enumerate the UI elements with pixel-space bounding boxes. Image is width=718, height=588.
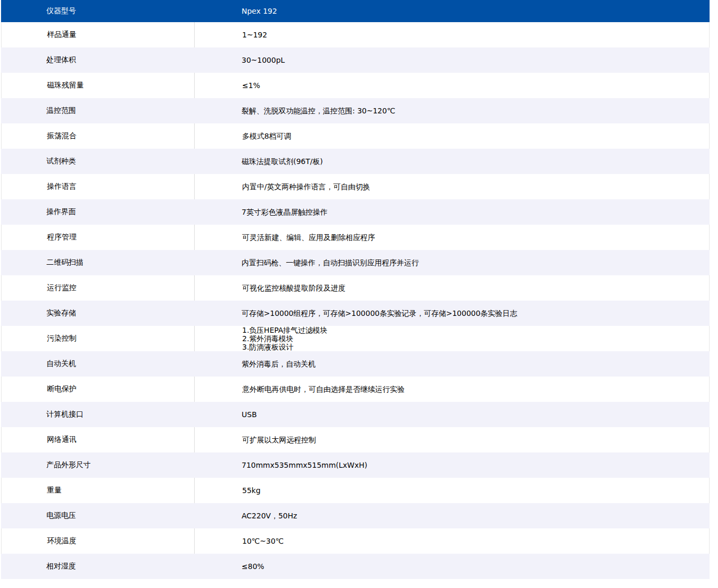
row-value-line: 1~192 [242, 31, 703, 39]
header-value: Npex 192 [242, 7, 703, 15]
row-value-cell: ≤80% [194, 554, 710, 579]
row-label-cell: 电源电压 [1, 503, 194, 528]
row-label-cell: 环境温度 [2, 528, 195, 554]
row-label-cell: 温控范围 [1, 98, 194, 123]
table-row: 运行监控 可视化监控核酸提取阶段及进度 [1, 275, 710, 301]
row-label-cell: 产品外形尺寸 [1, 452, 194, 478]
row-label-cell: 相对湿度 [1, 554, 194, 579]
row-label: 处理体积 [46, 55, 76, 65]
row-value-line: 7英寸彩色液晶屏触控操作 [242, 208, 703, 216]
table-row: 二维码扫描 内置扫码枪、一键操作，自动扫描识别应用程序并运行 [1, 250, 710, 275]
row-value-cell: 裂解、洗脱双功能温控，温控范围: 30~120℃ [194, 98, 710, 123]
row-value-line: ≤1% [242, 81, 703, 90]
table-body: 样品通量 1~192 处理体积 30~1000pL 磁珠残留量 ≤1% 温控范围… [1, 22, 710, 579]
row-value-cell: ≤1% [195, 73, 709, 98]
row-value-line: 磁珠法提取试剂(96T/板) [242, 157, 703, 166]
row-label: 温控范围 [46, 106, 76, 115]
table-row: 污染控制 1.负压HEPA排气过滤模块2.紫外消毒模块3.防滴液板设计 [1, 326, 710, 351]
row-value-cell: 紫外消毒后，自动关机 [194, 351, 710, 377]
row-value-cell: 710mmx535mmx515mm(LxWxH) [194, 452, 710, 478]
row-value-line: 可存储>10000组程序，可存储>100000条实验记录，可存储>100000条… [242, 309, 703, 317]
row-value-cell: 内置中/英文两种操作语言，可自由切换 [195, 174, 709, 199]
table-row: 操作界面 7英寸彩色液晶屏触控操作 [1, 199, 710, 225]
row-label: 程序管理 [47, 233, 76, 242]
table-row: 产品外形尺寸 710mmx535mmx515mm(LxWxH) [1, 452, 710, 478]
table-header-row: 仪器型号 Npex 192 [1, 0, 710, 22]
row-value-line: 30~1000pL [242, 56, 703, 64]
row-label-cell: 网络通讯 [2, 427, 195, 452]
row-value-cell: 可视化监控核酸提取阶段及进度 [195, 275, 709, 301]
row-value-cell: 10℃~30℃ [195, 528, 709, 554]
row-value-line: 可灵活新建、编辑、应用及删除相应程序 [242, 233, 703, 242]
row-label: 操作语言 [47, 182, 76, 191]
row-value-cell: 意外断电再供电时，可自由选择是否继续运行实验 [195, 377, 709, 402]
table-row: 振荡混合 多模式8档可调 [1, 123, 710, 149]
row-label-cell: 污染控制 [2, 326, 195, 351]
row-label: 断电保护 [47, 384, 76, 394]
table-row: 操作语言 内置中/英文两种操作语言，可自由切换 [1, 174, 710, 199]
row-label: 计算机接口 [46, 410, 83, 419]
row-value-cell: 内置扫码枪、一键操作，自动扫描识别应用程序并运行 [194, 250, 710, 275]
row-label: 产品外形尺寸 [46, 460, 91, 470]
row-label: 污染控制 [47, 334, 76, 343]
table-row: 样品通量 1~192 [1, 22, 710, 47]
row-label: 振荡混合 [47, 131, 76, 141]
row-label-cell: 计算机接口 [1, 402, 194, 427]
header-label: 仪器型号 [46, 6, 76, 16]
row-label-cell: 样品通量 [2, 22, 195, 47]
table-row: 电源电压 AC220V，50Hz [1, 503, 710, 528]
row-label: 样品通量 [47, 30, 76, 40]
row-value-line: 10℃~30℃ [242, 537, 703, 545]
row-label-cell: 操作语言 [2, 174, 195, 199]
row-value-cell: 磁珠法提取试剂(96T/板) [194, 149, 710, 174]
row-label-cell: 自动关机 [1, 351, 194, 377]
row-value-cell: 7英寸彩色液晶屏触控操作 [194, 199, 710, 225]
row-label: 相对湿度 [46, 562, 76, 571]
row-value-cell: 可存储>10000组程序，可存储>100000条实验记录，可存储>100000条… [194, 301, 710, 326]
row-value-line: AC220V，50Hz [242, 512, 703, 520]
row-value-cell: 多模式8档可调 [195, 123, 709, 149]
row-label-cell: 重量 [2, 478, 195, 503]
row-value-line: 55kg [242, 486, 703, 495]
row-value-cell: 可扩展以太网远程控制 [195, 427, 709, 452]
row-label-cell: 磁珠残留量 [2, 73, 195, 98]
row-value-line: 710mmx535mmx515mm(LxWxH) [242, 461, 703, 469]
table-row: 相对湿度 ≤80% [1, 554, 710, 579]
row-label-cell: 实验存储 [1, 301, 194, 326]
row-value-cell: 1~192 [195, 22, 709, 47]
row-label: 环境温度 [47, 536, 76, 546]
row-label: 实验存储 [46, 309, 76, 318]
row-value-line: 紫外消毒后，自动关机 [242, 360, 703, 368]
row-label: 重量 [47, 486, 62, 495]
row-value-line: 内置中/英文两种操作语言，可自由切换 [242, 182, 703, 191]
table-row: 自动关机 紫外消毒后，自动关机 [1, 351, 710, 377]
row-label-cell: 处理体积 [1, 47, 194, 73]
row-label: 网络通讯 [47, 435, 76, 445]
row-label-cell: 程序管理 [2, 225, 195, 250]
row-label-cell: 二维码扫描 [1, 250, 194, 275]
row-value-line: 意外断电再供电时，可自由选择是否继续运行实验 [242, 385, 703, 393]
row-value-line: 可视化监控核酸提取阶段及进度 [242, 284, 703, 292]
table-row: 计算机接口 USB [1, 402, 710, 427]
row-value-line: USB [242, 410, 703, 419]
row-value-line: 2.紫外消毒模块 [242, 334, 703, 343]
row-value-line: 内置扫码枪、一键操作，自动扫描识别应用程序并运行 [242, 258, 703, 267]
row-label-cell: 操作界面 [1, 199, 194, 225]
row-value-cell: 55kg [195, 478, 709, 503]
spec-table: 仪器型号 Npex 192 样品通量 1~192 处理体积 30~1000pL … [1, 0, 710, 579]
table-row: 处理体积 30~1000pL [1, 47, 710, 73]
row-value-cell: AC220V，50Hz [194, 503, 710, 528]
row-value-cell: 可灵活新建、编辑、应用及删除相应程序 [195, 225, 709, 250]
row-label: 电源电压 [46, 511, 76, 520]
table-row: 试剂种类 磁珠法提取试剂(96T/板) [1, 149, 710, 174]
row-value-line: 可扩展以太网远程控制 [242, 436, 703, 444]
row-label: 试剂种类 [46, 157, 76, 166]
header-value-cell: Npex 192 [194, 0, 710, 22]
header-label-cell: 仪器型号 [1, 0, 194, 22]
row-value-line: 3.防滴液板设计 [242, 343, 703, 351]
table-row: 重量 55kg [1, 478, 710, 503]
table-row: 程序管理 可灵活新建、编辑、应用及删除相应程序 [1, 225, 710, 250]
row-label: 自动关机 [46, 359, 76, 369]
table-row: 实验存储 可存储>10000组程序，可存储>100000条实验记录，可存储>10… [1, 301, 710, 326]
row-label-cell: 试剂种类 [1, 149, 194, 174]
